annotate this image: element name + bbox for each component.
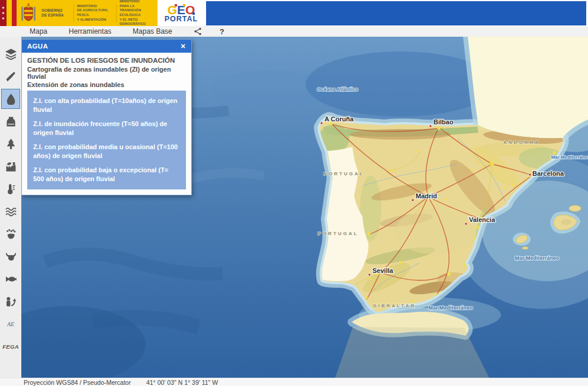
crops-icon [5, 71, 17, 82]
sidebar-item-climate[interactable] [1, 179, 20, 199]
projection-label: Proyección WGS84 / Pseudo-Mercator [24, 379, 131, 386]
sidebar-item-livestock[interactable] [1, 111, 20, 131]
city-label: Bilbao [433, 118, 454, 126]
city-label: Sevilla [372, 267, 394, 274]
geo-wordmark: GEO [168, 4, 195, 16]
app-header: ★★★ GOBIERNO DE ESPAÑA [0, 0, 588, 26]
seeds-icon [5, 229, 17, 240]
sea-waves-icon [5, 206, 17, 217]
ae-label: AE [7, 321, 14, 327]
livestock-icon [5, 116, 17, 127]
water-drop-icon [5, 94, 17, 105]
city-label: Valencia [469, 216, 496, 223]
agrifood-industry-icon [5, 161, 17, 172]
header-divider [73, 4, 74, 22]
region-label: ANDORRA [503, 140, 540, 145]
agua-panel-header[interactable]: AGUA ✕ [22, 40, 191, 53]
menu-herramientas[interactable]: Herramientas [69, 27, 111, 36]
panel-title: AGUA [27, 43, 48, 50]
city-label: Barcelona [532, 170, 564, 177]
ministry-transicion: MINISTERIO PARA LA TRANSICIÓN ECOLÓGICA … [118, 0, 158, 26]
sea-label: Mar Mediterráneo [515, 255, 560, 261]
map-canvas[interactable]: Océano Atlántico Mar Mediterráneo Mar Me… [21, 37, 588, 378]
sidebar-item-agrifood-industry[interactable] [1, 156, 20, 176]
flood-layer-list: Z.I. con alta probabilidad (T=10años) de… [27, 91, 186, 189]
sidebar-item-seeds[interactable] [1, 224, 20, 244]
panel-subheading: Cartografía de zonas inundables (ZI) de … [27, 66, 186, 80]
bovine-icon [5, 251, 17, 262]
layer-item-t50[interactable]: Z.I. de inundación frecuente (T=50 años)… [33, 120, 180, 137]
gobierno-line: GOBIERNO [41, 8, 72, 13]
sidebar-item-marine[interactable] [1, 201, 20, 221]
status-bar: Proyección WGS84 / Pseudo-Mercator 41° 0… [0, 378, 588, 386]
climate-icon [5, 184, 17, 195]
sidebar-item-fishing[interactable] [1, 269, 20, 289]
header-blue-bar [206, 1, 586, 25]
sidebar-item-ae[interactable]: AE [1, 314, 20, 334]
help-button[interactable]: ? [220, 27, 224, 36]
menu-mapas-base[interactable]: Mapas Base [133, 27, 172, 36]
cursor-coordinates: 41° 00' 03" N 1° 39' 11" W [146, 379, 218, 386]
layer-item-t10[interactable]: Z.I. con alta probabilidad (T=10años) de… [33, 96, 180, 114]
panel-group-label: Extensión de zonas inundables [27, 81, 186, 88]
sidebar-item-layers[interactable] [1, 44, 20, 64]
gobierno-logo: GOBIERNO DE ESPAÑA [40, 0, 72, 26]
agua-panel: AGUA ✕ GESTIÓN DE LOS RIESGOS DE INUNDAC… [21, 39, 192, 195]
layer-item-t500[interactable]: Z.I. con probabilidad baja o excepcional… [33, 166, 180, 183]
fishing-icon [5, 274, 17, 285]
flag-stars-stripe: ★★★ [0, 0, 7, 26]
agua-panel-body: GESTIÓN DE LOS RIESGOS DE INUNDACIÓN Car… [22, 53, 191, 195]
geoportal-app: ★★★ GOBIERNO DE ESPAÑA [0, 0, 588, 386]
share-icon [194, 27, 202, 36]
share-button[interactable] [194, 27, 202, 36]
sea-label: Mar Mediterráneo [428, 305, 473, 311]
close-icon[interactable]: ✕ [180, 43, 186, 50]
theme-sidebar: AE FEGA [0, 37, 21, 378]
france-land [468, 37, 588, 138]
ministry-agricultura: MINISTERIO DE AGRICULTURA, PESCA Y ALIME… [75, 0, 115, 26]
panel-heading: GESTIÓN DE LOS RIESGOS DE INUNDACIÓN [27, 57, 186, 64]
layer-item-t100[interactable]: Z.I. con probabilidad media u ocasional … [33, 143, 180, 160]
sea-label: Océano Atlántico [317, 86, 358, 92]
header-divider [116, 4, 117, 22]
spain-flag: ★★★ [0, 0, 17, 26]
sidebar-item-forestry[interactable] [1, 134, 20, 154]
rural-development-icon [5, 296, 17, 307]
geoportal-logo[interactable]: GEO PORTAL [158, 0, 205, 26]
sidebar-item-fega[interactable]: FEGA [1, 336, 20, 356]
region-label: GIBRALTAR [373, 303, 416, 308]
sidebar-item-bovine[interactable] [1, 246, 20, 266]
government-banner: ★★★ GOBIERNO DE ESPAÑA [0, 0, 205, 26]
fega-label: FEGA [2, 343, 19, 350]
sidebar-item-rural-development[interactable] [1, 291, 20, 311]
city-label: Madrid [416, 192, 437, 200]
sidebar-item-water[interactable] [1, 89, 20, 109]
coat-of-arms [17, 0, 40, 26]
region-label: PORTUGAL [318, 231, 359, 236]
sidebar-item-agriculture[interactable] [1, 66, 20, 86]
menu-bar: Mapa Herramientas Mapas Base ? [0, 26, 588, 37]
gobierno-line: DE ESPAÑA [41, 13, 72, 18]
menu-mapa[interactable]: Mapa [30, 27, 47, 36]
sea-label: Mar Mediterráneo [551, 155, 588, 160]
region-label: PORTUGAL [324, 171, 365, 176]
layers-icon [5, 49, 17, 60]
forest-icon [5, 139, 17, 150]
city-label: A Coruña [324, 115, 354, 123]
